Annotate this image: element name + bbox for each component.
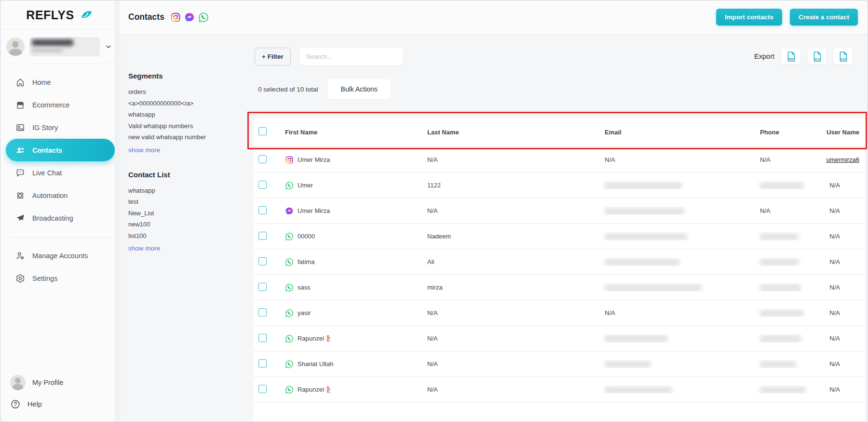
account-switcher[interactable] [0, 30, 120, 64]
username-value: N/A [811, 182, 865, 189]
email-value: N/A [601, 309, 753, 316]
row-checkbox[interactable] [258, 385, 267, 393]
sidebar-item-automation[interactable]: Automation [6, 184, 115, 207]
email-value-blurred [601, 334, 753, 342]
sidebar-item-label: IG Story [32, 124, 58, 132]
row-checkbox[interactable] [258, 257, 267, 265]
app-window: REFLYS HomeEcommerceIG StoryContactsLive… [0, 0, 868, 422]
last-name-value: Ali [425, 258, 601, 265]
email-value-blurred [601, 258, 753, 265]
column-header-last-name[interactable]: Last Name [425, 129, 601, 136]
username-link[interactable]: umermirza6 [826, 156, 859, 163]
username-value: N/A [811, 386, 865, 393]
sidebar-item-contacts[interactable]: Contacts [6, 139, 115, 161]
sidebar-item-help[interactable]: Help [0, 395, 120, 414]
row-checkbox[interactable] [258, 308, 267, 316]
segments-title: Segments [128, 72, 242, 80]
home-icon [15, 78, 25, 87]
row-checkbox[interactable] [258, 206, 267, 214]
contact-list-item[interactable]: New_List [128, 208, 242, 219]
table-header-row: First Name Last Name Email Phone User Na… [254, 118, 865, 147]
email-value-blurred [601, 283, 753, 291]
username-value: N/A [811, 207, 865, 214]
filter-button[interactable]: + Filter [255, 48, 291, 66]
sidebar-item-home[interactable]: Home [6, 71, 115, 93]
row-checkbox[interactable] [258, 334, 267, 342]
create-contact-button[interactable]: Create a contact [790, 9, 858, 26]
first-name-value: Umer [298, 182, 313, 189]
table-body: Umer MirzaN/AN/AN/Aumermirza6Umer1122N/A… [254, 147, 865, 403]
whatsapp-icon [285, 258, 294, 266]
content: Segments orders<a>000000000000</a>whatsa… [120, 34, 868, 422]
column-header-user-name[interactable]: User Name [811, 129, 865, 136]
export-xls-button[interactable]: XLS [807, 48, 827, 65]
row-checkbox[interactable] [258, 359, 267, 368]
row-checkbox[interactable] [258, 181, 267, 189]
sidebar-item-label: Ecommerce [32, 101, 69, 109]
sidebar-item-broadcasting[interactable]: Broadcasting [6, 207, 115, 229]
whatsapp-icon[interactable] [198, 12, 209, 23]
first-name-value: Shariat Ullah [298, 360, 333, 368]
main-area: Contacts Import contactsCreate a contact… [120, 0, 868, 422]
select-all-checkbox[interactable] [258, 127, 267, 135]
export-csv-button[interactable]: CSV [833, 48, 853, 65]
row-checkbox[interactable] [258, 155, 267, 163]
contact-list-item[interactable]: new100 [128, 219, 242, 230]
contact-list-item[interactable]: whatsapp [128, 185, 242, 197]
segment-item[interactable]: Valid whatspp numbers [128, 120, 242, 132]
table-row: fatimaAliN/A [254, 250, 865, 275]
first-name-value: Umer Mirza [298, 156, 330, 163]
row-checkbox[interactable] [258, 232, 267, 240]
export-pdf-button[interactable]: PDF [781, 48, 800, 65]
ecommerce-icon [15, 100, 25, 110]
username-value: N/A [811, 284, 865, 291]
table-row: 00000NadeemN/A [254, 224, 865, 250]
column-header-phone[interactable]: Phone [753, 129, 811, 136]
contact-list-item[interactable]: list100 [128, 230, 242, 242]
phone-value-blurred [753, 385, 811, 393]
column-header-email[interactable]: Email [601, 129, 753, 136]
sidebar-item-my-profile[interactable]: My Profile [0, 370, 120, 395]
live-chat-icon [15, 168, 25, 178]
email-value-blurred [601, 360, 753, 368]
export-label: Export [754, 53, 774, 60]
svg-text:CSV: CSV [840, 58, 846, 61]
sidebar: REFLYS HomeEcommerceIG StoryContactsLive… [0, 0, 120, 422]
filters-panel: Segments orders<a>000000000000</a>whatsa… [120, 34, 246, 422]
sidebar-item-live-chat[interactable]: Live Chat [6, 161, 115, 184]
sidebar-scrollbar[interactable] [115, 0, 120, 422]
last-name-value: 1122 [425, 182, 601, 189]
email-value-blurred [601, 232, 753, 240]
row-checkbox[interactable] [258, 283, 267, 291]
search-input[interactable] [299, 48, 403, 66]
segments-show-more-link[interactable]: show more [128, 146, 160, 154]
phone-value-blurred [753, 181, 811, 189]
sidebar-item-ecommerce[interactable]: Ecommerce [6, 93, 115, 116]
contact-list-show-more-link[interactable]: show more [128, 245, 160, 252]
sidebar-divider [9, 237, 111, 237]
sidebar-item-manage-accounts[interactable]: Manage Accounts [6, 244, 115, 267]
sidebar-item-settings[interactable]: Settings [6, 267, 115, 290]
segment-item[interactable]: whatsapp [128, 109, 242, 120]
table-row: Umer1122N/A [254, 173, 865, 198]
segment-item[interactable]: new valid whatsapp number [128, 132, 242, 143]
first-name-value: fatima [298, 258, 314, 265]
segment-item[interactable]: orders [128, 86, 242, 98]
segment-item[interactable]: <a>000000000000</a> [128, 98, 242, 109]
last-name-value: N/A [425, 309, 601, 316]
username-value: N/A [811, 360, 865, 368]
messenger-icon[interactable] [184, 12, 195, 23]
email-value-blurred [601, 385, 753, 393]
bulk-actions-dropdown[interactable]: Bulk Actions [328, 79, 391, 99]
sidebar-item-ig-story[interactable]: IG Story [6, 116, 115, 139]
phone-value-blurred [753, 283, 811, 291]
instagram-icon[interactable] [170, 12, 181, 23]
phone-value-blurred [753, 360, 811, 368]
selection-row: 0 selected of 10 total Bulk Actions [254, 79, 865, 99]
table-row: sassmirzaN/A [254, 275, 865, 301]
import-contacts-button[interactable]: Import contacts [716, 9, 782, 26]
whatsapp-icon [285, 334, 294, 343]
last-name-value: N/A [425, 207, 601, 214]
contact-list-item[interactable]: test [128, 196, 242, 208]
column-header-first-name[interactable]: First Name [279, 129, 425, 136]
